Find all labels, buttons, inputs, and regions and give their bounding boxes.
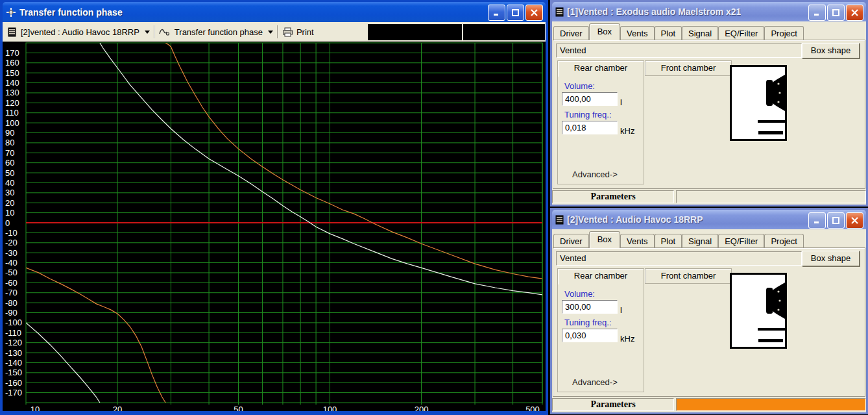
y-axis-label: -10 — [5, 228, 18, 238]
vent-icon — [758, 120, 785, 123]
box-diagram — [730, 273, 787, 349]
vent-icon — [758, 131, 783, 134]
close-button[interactable] — [525, 5, 543, 21]
tabbar: Driver Box Vents Plot Signal EQ/Filter P… — [553, 23, 865, 40]
box-type-field[interactable]: Vented — [556, 251, 802, 266]
phase-chart: 1701601501401301201101009080706050403020… — [3, 42, 546, 411]
volume-input[interactable] — [562, 92, 618, 106]
y-axis-label: -90 — [5, 308, 18, 318]
tab-plot[interactable]: Plot — [655, 234, 682, 248]
graph-selector-value: Transfer function phase — [175, 27, 263, 37]
close-button[interactable] — [846, 5, 863, 21]
y-axis-label: -160 — [5, 378, 22, 388]
project-doc-icon — [555, 7, 564, 17]
advanced-link[interactable]: Advanced-> — [572, 170, 618, 179]
volume-input[interactable] — [562, 300, 618, 314]
tab-box[interactable]: Box — [589, 23, 620, 40]
tab-eq-filter[interactable]: EQ/Filter — [718, 234, 764, 248]
minimize-button[interactable] — [808, 212, 826, 229]
y-axis-label: -150 — [5, 368, 22, 377]
toolbar-separator — [277, 25, 278, 38]
maximize-button[interactable] — [827, 5, 845, 21]
print-icon — [282, 27, 293, 37]
maximize-icon — [512, 9, 519, 16]
crosshair-icon — [6, 7, 16, 18]
y-axis-label: 20 — [5, 198, 14, 208]
box-shape-button[interactable]: Box shape — [802, 43, 860, 58]
tab-signal[interactable]: Signal — [682, 26, 718, 40]
minimize-button[interactable] — [488, 5, 505, 21]
tab-vents[interactable]: Vents — [620, 234, 655, 248]
project-doc-icon — [8, 27, 16, 37]
front-chamber-tab[interactable]: Front chamber — [645, 60, 732, 76]
tab-driver[interactable]: Driver — [553, 234, 589, 248]
y-axis-label: 170 — [5, 48, 19, 58]
advanced-link[interactable]: Advanced-> — [572, 377, 618, 387]
window-titlebar[interactable]: [2]Vented : Audio Havoc 18RRP — [552, 210, 866, 229]
y-axis-label: -80 — [5, 298, 18, 308]
y-axis-label: 120 — [5, 98, 19, 108]
plot-window-titlebar[interactable]: Transfer function phase — [3, 2, 546, 22]
y-axis-label: 40 — [5, 178, 14, 188]
tuning-freq-label: Tuning freq.: — [564, 110, 612, 119]
volume-label: Volume: — [564, 81, 595, 91]
vented-box-drawing — [732, 275, 785, 347]
tab-driver[interactable]: Driver — [553, 26, 589, 40]
y-axis-label: -140 — [5, 358, 22, 368]
plot-toolbar: [2]vented : Audio Havoc 18RRP Transfer f… — [3, 22, 546, 42]
y-axis-label: 150 — [5, 68, 19, 78]
y-axis-label: 70 — [5, 148, 14, 158]
y-axis-label: 110 — [5, 108, 19, 118]
close-button[interactable] — [846, 212, 863, 229]
rear-chamber-tab[interactable]: Rear chamber — [557, 268, 644, 284]
toolbar-separator — [154, 25, 155, 38]
project-selector-dropdown[interactable]: [2]vented : Audio Havoc 18RRP — [8, 27, 150, 37]
y-axis-label: -100 — [5, 318, 22, 327]
tabbar: Driver Box Vents Plot Signal EQ/Filter P… — [553, 231, 865, 247]
rear-chamber-tab[interactable]: Rear chamber — [557, 60, 644, 77]
minimize-icon — [814, 9, 821, 16]
tuning-freq-input[interactable] — [562, 329, 618, 342]
tab-vents[interactable]: Vents — [620, 26, 655, 40]
y-axis-label: 30 — [5, 188, 14, 197]
y-axis-label: 0 — [5, 218, 10, 228]
maximize-button[interactable] — [507, 5, 524, 21]
volume-unit: l — [620, 305, 622, 315]
tab-signal[interactable]: Signal — [682, 234, 718, 248]
graph-selector-dropdown[interactable]: Transfer function phase — [159, 27, 273, 37]
speaker-driver-icon — [766, 283, 785, 319]
print-button[interactable]: Print — [282, 27, 314, 37]
tab-plot[interactable]: Plot — [655, 26, 682, 40]
x-axis-label: 500 — [525, 405, 540, 411]
box-type-field[interactable]: Vented — [556, 44, 802, 58]
maximize-button[interactable] — [827, 212, 845, 229]
tuning-freq-unit: kHz — [620, 126, 634, 136]
phase-plot-area: 1701601501401301201101009080706050403020… — [3, 42, 546, 411]
box-shape-button[interactable]: Box shape — [802, 251, 860, 266]
window-titlebar[interactable]: [1]Vented : Exodus audio Maelstrom x21 — [552, 2, 866, 21]
tuning-freq-input[interactable] — [562, 121, 618, 134]
y-axis-label: 60 — [5, 158, 14, 168]
y-axis-label: -50 — [5, 268, 18, 277]
x-axis-label: 200 — [415, 405, 429, 411]
y-axis-label: -170 — [5, 388, 22, 397]
volume-label: Volume: — [564, 289, 595, 299]
y-axis-label: 140 — [5, 78, 19, 88]
tab-project[interactable]: Project — [764, 26, 803, 40]
front-chamber-tab[interactable]: Front chamber — [645, 268, 732, 284]
dropdown-arrow-icon — [268, 31, 273, 34]
tab-eq-filter[interactable]: EQ/Filter — [718, 26, 764, 40]
y-axis-label: 160 — [5, 58, 19, 68]
project-doc-icon — [555, 215, 564, 225]
tuning-freq-unit: kHz — [620, 334, 634, 344]
parameters-status: Parameters — [552, 398, 674, 411]
minimize-button[interactable] — [808, 5, 826, 21]
status-progress-cell — [676, 398, 866, 411]
y-axis-label: 10 — [5, 208, 14, 218]
x-axis-label: 10 — [30, 405, 40, 411]
y-axis-label: 100 — [5, 118, 19, 128]
y-axis-label: 130 — [5, 88, 19, 97]
tab-project[interactable]: Project — [764, 234, 803, 248]
desktop: Transfer function phase — [0, 0, 868, 415]
tab-box[interactable]: Box — [589, 231, 620, 248]
